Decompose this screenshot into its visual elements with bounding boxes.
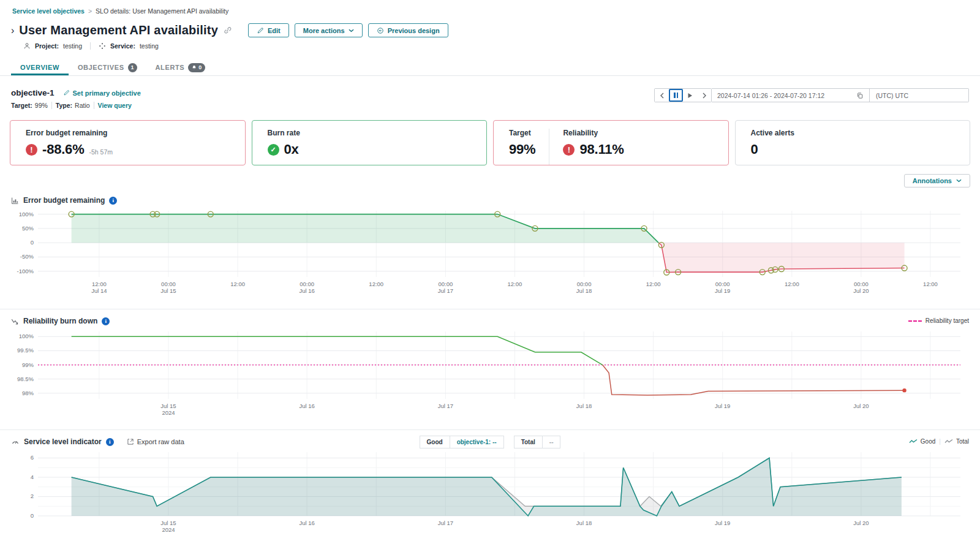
tab-alerts[interactable]: ALERTS 0 [146, 59, 215, 75]
svg-text:Jul 16: Jul 16 [299, 403, 314, 409]
svg-text:12:00: 12:00 [369, 281, 383, 287]
svg-text:12:00: 12:00 [646, 281, 661, 287]
time-back-button[interactable] [655, 89, 669, 102]
link-icon[interactable] [223, 26, 232, 35]
chevron-down-icon [349, 29, 354, 32]
reliability-target-legend: Reliability target [908, 317, 969, 324]
collapse-chevron-icon[interactable]: › [11, 26, 14, 36]
alerts-count-badge: 0 [188, 63, 205, 72]
total-series-chip[interactable]: Total [514, 436, 543, 448]
total-detail-chip[interactable]: -- [543, 436, 561, 448]
objective-header-row: objective-1 Set primary objective Target… [11, 88, 969, 109]
date-range-input[interactable]: 2024-07-14 01:26 - 2024-07-20 17:12 [712, 88, 870, 102]
info-icon[interactable]: i [109, 197, 117, 205]
svg-text:50%: 50% [22, 225, 34, 232]
svg-text:Jul 20: Jul 20 [853, 287, 869, 294]
svg-text:0: 0 [31, 512, 34, 519]
alerts-count: 0 [198, 64, 202, 70]
pencil-icon [63, 89, 70, 96]
export-raw-data-label: Export raw data [137, 438, 184, 445]
burn-rate-value: 0x [284, 142, 299, 157]
pause-button[interactable] [669, 89, 683, 102]
error-budget-section: Error budget remaining i 100%50%0-50%-10… [0, 192, 980, 301]
project-value: testing [63, 42, 82, 50]
sli-chart-title: Service level indicator [24, 437, 102, 446]
target-col: Target 99% [509, 129, 549, 165]
active-alerts-title: Active alerts [751, 129, 959, 137]
service-icon [99, 42, 106, 50]
sli-legend: Good | Total [909, 438, 969, 445]
burn-rate-card: Burn rate ✓ 0x [252, 120, 488, 165]
bar-chart-icon [11, 197, 19, 205]
info-icon[interactable]: i [102, 317, 110, 325]
timezone-select[interactable]: (UTC) UTC [870, 88, 969, 102]
bell-icon [192, 65, 197, 70]
breadcrumb-current: SLO details: User Management API availab… [96, 7, 228, 15]
breadcrumb-slo-link[interactable]: Service level objectives [12, 7, 85, 15]
svg-text:2024: 2024 [162, 409, 175, 416]
sli-section: Service level indicator i Export raw dat… [0, 429, 980, 537]
reliability-col: Reliability ! 98.11% [549, 129, 637, 165]
svg-text:00:00: 00:00 [161, 281, 176, 287]
set-primary-objective-link[interactable]: Set primary objective [63, 89, 141, 97]
tab-alerts-label: ALERTS [156, 64, 185, 71]
export-icon [127, 438, 134, 445]
svg-text:Jul 18: Jul 18 [576, 403, 592, 409]
good-series-chip[interactable]: Good [420, 436, 450, 448]
more-actions-button[interactable]: More actions [295, 23, 363, 37]
objective-meta: Target: 99% Type: Ratio View query [11, 102, 141, 109]
time-forward-button[interactable] [697, 89, 711, 102]
divider: | [939, 438, 941, 445]
export-raw-data-link[interactable]: Export raw data [127, 438, 184, 445]
svg-text:100%: 100% [19, 333, 34, 339]
good-objective-chip[interactable]: objective-1: -- [450, 436, 504, 448]
legend-total-label: Total [956, 438, 969, 445]
reliability-target-legend-label: Reliability target [925, 317, 969, 324]
type-label: Type: [56, 102, 72, 109]
info-icon[interactable]: i [106, 438, 114, 446]
error-budget-chart-title: Error budget remaining [23, 196, 105, 205]
sli-chart[interactable]: 6420Jul 152024Jul 16Jul 17Jul 18Jul 19Ju… [10, 448, 970, 537]
error-budget-card: Error budget remaining ! -88.6% -5h 57m [10, 120, 246, 165]
service-label: Service: [110, 42, 135, 50]
svg-text:Jul 15: Jul 15 [160, 520, 176, 526]
tab-bar: OVERVIEW OBJECTIVES 1 ALERTS 0 [0, 59, 980, 76]
svg-text:6: 6 [31, 454, 34, 461]
svg-text:Jul 17: Jul 17 [438, 403, 453, 409]
previous-design-button[interactable]: Previous design [368, 23, 448, 37]
edit-button[interactable]: Edit [248, 23, 289, 37]
tab-overview[interactable]: OVERVIEW [11, 59, 69, 75]
svg-text:12:00: 12:00 [92, 281, 107, 287]
tab-objectives[interactable]: OBJECTIVES 1 [69, 59, 146, 75]
sli-chart-header: Service level indicator i Export raw dat… [0, 434, 980, 448]
svg-text:98.5%: 98.5% [17, 376, 34, 382]
error-budget-chart[interactable]: 100%50%0-50%-100%12:00Jul 1400:00Jul 151… [10, 207, 970, 301]
line-series-icon [909, 439, 918, 444]
edit-button-label: Edit [268, 27, 281, 34]
previous-design-icon [377, 27, 384, 34]
summary-cards: Error budget remaining ! -88.6% -5h 57m … [10, 120, 970, 165]
copy-icon[interactable] [856, 92, 864, 99]
svg-text:Jul 18: Jul 18 [576, 520, 592, 526]
objectives-count-badge: 1 [128, 63, 137, 72]
target-label: Target: [11, 102, 32, 109]
play-button[interactable] [683, 89, 697, 102]
type-value: Ratio [75, 102, 90, 109]
svg-text:12:00: 12:00 [230, 281, 245, 287]
legend-total-toggle[interactable]: Total [944, 438, 969, 445]
reliability-chart[interactable]: 100%99.5%99%98.5%98%Jul 152024Jul 16Jul … [10, 328, 970, 422]
annotations-button[interactable]: Annotations [904, 174, 970, 187]
legend-good-toggle[interactable]: Good [909, 438, 935, 445]
divider [94, 102, 94, 109]
svg-text:2024: 2024 [162, 526, 175, 533]
slo-details-page: Service level objectives > SLO details: … [0, 0, 980, 541]
svg-text:98%: 98% [22, 390, 34, 396]
view-query-link[interactable]: View query [98, 102, 132, 109]
breadcrumb-separator: > [88, 7, 92, 15]
play-icon [687, 93, 693, 99]
target-reliability-card: Target 99% Reliability ! 98.11% [493, 120, 729, 165]
svg-text:12:00: 12:00 [923, 281, 938, 287]
annotations-label: Annotations [913, 177, 952, 184]
target-value: 99% [35, 102, 48, 109]
burn-rate-card-title: Burn rate [268, 129, 476, 137]
